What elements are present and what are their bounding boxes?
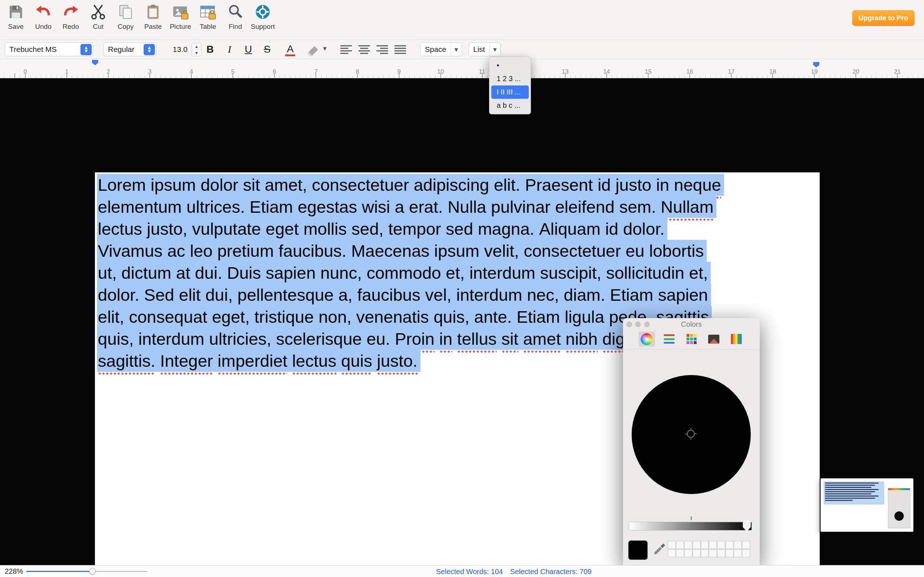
undo-button[interactable]: Undo [30,3,57,31]
color-well[interactable] [734,541,742,549]
misspelled-word[interactable]: Etiam [250,196,293,221]
misspelled-word[interactable]: interdum [138,328,204,353]
color-well[interactable] [693,549,701,557]
misspelled-word[interactable]: tellus [457,328,497,353]
misspelled-word[interactable]: Lorem [98,174,146,199]
cut-button[interactable]: Cut [84,3,112,31]
misspelled-word[interactable]: justo [615,174,651,199]
picture-button[interactable]: Picture [167,3,194,31]
selected-text[interactable]: Lorem ipsum dolor sit amet, consectetuer… [97,174,724,196]
misspelled-word[interactable]: sapien [658,284,708,309]
misspelled-word[interactable]: eget [266,218,299,243]
misspelled-word[interactable]: lectus [98,218,142,243]
misspelled-word[interactable]: eu [625,240,644,265]
list-menu-item[interactable]: 1 2 3 ... [491,72,529,85]
misspelled-word[interactable]: sit [501,328,518,353]
misspelled-word[interactable]: sapien [266,262,316,287]
table-button[interactable]: Table [194,3,221,31]
misspelled-word[interactable]: Maecenas [351,240,430,265]
color-well[interactable] [717,549,725,557]
misspelled-word[interactable]: lectus [292,350,336,375]
color-sliders-tab[interactable] [661,331,677,347]
font-size-value[interactable]: 13.0 [170,43,191,56]
misspelled-word[interactable]: pretium [217,240,274,265]
colors-panel-titlebar[interactable]: Colors [623,318,760,330]
misspelled-word[interactable]: amet [523,328,561,353]
misspelled-word[interactable]: sit [243,174,260,199]
minimize-window-button[interactable] [635,322,641,327]
misspelled-word[interactable]: tristique [254,306,314,331]
document-line[interactable]: ut, dictum at dui. Duis sapien nunc, com… [97,262,724,284]
misspelled-word[interactable]: dolor. [623,218,664,243]
color-well[interactable] [668,541,676,549]
misspelled-word[interactable]: vulputate [192,218,261,243]
misspelled-word[interactable]: Praesent [525,174,593,199]
font-color-button[interactable]: A [282,43,298,56]
color-well[interactable] [742,541,750,549]
misspelled-word[interactable]: nunc, [320,262,362,287]
right-indent-marker[interactable] [813,62,819,68]
font-family-dropdown[interactable]: Trebuchet MS ▲▼ [5,43,93,56]
colors-panel[interactable]: Colors [623,318,760,566]
misspelled-word[interactable]: magna. [478,218,535,243]
misspelled-word[interactable]: velit, [484,240,519,265]
color-palettes-tab[interactable] [683,331,700,347]
misspelled-word[interactable]: eleifend [555,196,615,221]
misspelled-word[interactable]: dolor [201,174,239,199]
misspelled-word[interactable]: dolor. [98,284,139,309]
misspelled-word[interactable]: nec, [527,284,559,309]
redo-button[interactable]: Redo [57,3,84,31]
italic-button[interactable]: I [221,43,237,56]
align-center-button[interactable] [357,44,372,55]
misspelled-word[interactable]: interdum [469,262,535,287]
misspelled-word[interactable]: scelerisque [276,328,362,353]
misspelled-word[interactable]: sollicitudin [606,262,684,287]
misspelled-word[interactable]: Nullam [661,196,714,221]
misspelled-word[interactable]: adipiscing [414,174,489,199]
selected-text[interactable]: dolor. Sed elit dui, pellentesque a, fau… [97,284,711,306]
misspelled-word[interactable]: ac [167,240,185,265]
misspelled-word[interactable]: consequat [129,306,207,331]
font-style-dropdown[interactable]: Regular ▲▼ [103,43,156,56]
misspelled-word[interactable]: faucibus [357,284,420,309]
color-well[interactable] [684,549,692,557]
misspelled-word[interactable]: pulvinar [491,196,551,221]
bold-button[interactable]: B [202,43,218,56]
misspelled-word[interactable]: imperdiet [218,350,287,375]
current-color-swatch[interactable] [628,541,648,560]
misspelled-word[interactable]: Proin [395,328,435,353]
misspelled-word[interactable]: sed, [352,218,384,243]
misspelled-word[interactable]: non, [318,306,351,331]
color-wheel-tab[interactable] [638,331,655,347]
misspelled-word[interactable]: in [439,328,452,353]
save-button[interactable]: Save [2,3,30,31]
zoom-slider-knob[interactable] [89,568,96,574]
misspelled-word[interactable]: elementum [98,196,182,221]
color-well[interactable] [717,541,725,549]
document-line[interactable]: dolor. Sed elit dui, pellentesque a, fau… [97,284,724,306]
misspelled-word[interactable]: Nulla [447,196,486,221]
misspelled-word[interactable]: sem. [619,196,656,221]
selected-text[interactable]: lectus justo, vulputate eget mollis sed,… [97,218,667,240]
misspelled-word[interactable]: venenatis [356,306,429,331]
misspelled-word[interactable]: Vivamus [98,240,162,265]
color-well[interactable] [742,549,750,557]
misspelled-word[interactable]: commodo [367,262,441,287]
misspelled-word[interactable]: diam. [564,284,605,309]
misspelled-word[interactable]: suscipit, [540,262,601,287]
selected-text[interactable]: sagittis. Integer imperdiet lectus quis … [97,350,420,372]
color-well[interactable] [709,541,717,549]
list-menu-item[interactable]: • [491,59,529,72]
image-palettes-tab[interactable] [706,331,722,347]
misspelled-word[interactable]: Aliquam [539,218,601,243]
misspelled-word[interactable]: consectetuer [312,174,409,199]
stepper-up-icon[interactable]: ▲ [192,43,201,50]
misspelled-word[interactable]: ut, [98,262,116,287]
misspelled-word[interactable]: neque [674,174,721,199]
misspelled-word[interactable]: elit, [98,306,124,331]
misspelled-word[interactable]: et, [689,262,708,287]
misspelled-word[interactable]: nibh [565,328,598,353]
align-left-button[interactable] [339,44,354,55]
eyedropper-button[interactable] [652,542,666,557]
color-well[interactable] [709,549,717,557]
